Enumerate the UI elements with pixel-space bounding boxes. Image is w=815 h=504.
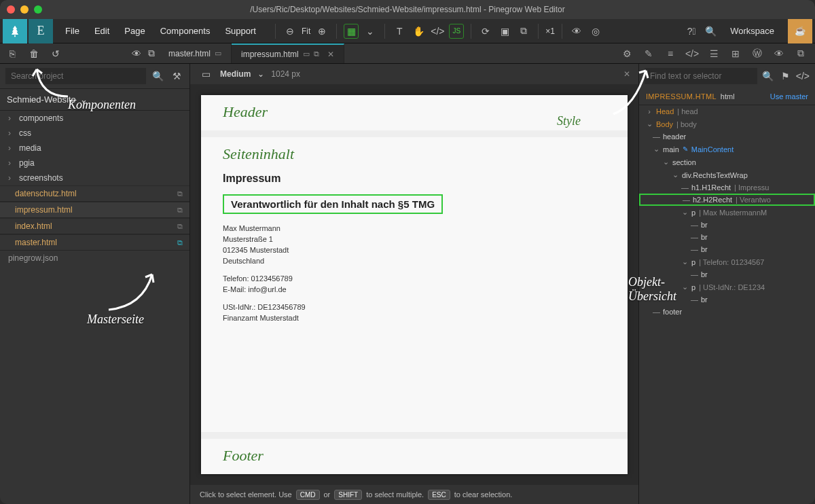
dom-search-input[interactable] (645, 68, 757, 84)
contact-paragraph[interactable]: Telefon: 0123456789 E-Mail: info@url.de (223, 274, 606, 295)
undo-icon[interactable]: ↺ (49, 46, 62, 61)
grid-icon[interactable]: ▦ (344, 24, 359, 39)
use-master-link[interactable]: Use master (770, 92, 808, 101)
dom-node[interactable]: ⌄p | USt-IdNr.: DE1234 (639, 281, 815, 293)
copy-icon[interactable]: ⧉ (144, 46, 159, 61)
dom-node[interactable]: —br (639, 268, 815, 281)
menu-file[interactable]: File (58, 23, 86, 39)
page-body[interactable]: Max Mustermann Musterstraße 1 012345 Mus… (223, 223, 606, 324)
file-pinegrow-json[interactable]: pinegrow.json (0, 251, 189, 266)
page-h1[interactable]: Impressum (223, 173, 606, 185)
zoom-factor[interactable]: ×1 (545, 26, 555, 36)
grab-tool-icon[interactable]: ✋ (411, 24, 426, 39)
ruler-icon[interactable]: ≡ (663, 46, 678, 61)
fit-label[interactable]: Fit (302, 26, 310, 36)
code-editor-icon[interactable]: </> (685, 46, 700, 61)
dom-node[interactable]: —h1.H1Recht | Impressu (639, 181, 815, 194)
dom-node[interactable]: ⌄p | Telefon: 01234567 (639, 255, 815, 268)
editor-panel: ▭ Medium ⌄ 1024 px ✕ Header Seiteninhalt… (190, 64, 638, 504)
folder-pgia[interactable]: ›pgia (0, 156, 189, 170)
device-icon[interactable]: ⧉ (516, 24, 531, 39)
project-search-input[interactable] (5, 68, 146, 84)
search-icon[interactable]: 🔍 (761, 69, 774, 84)
content-region[interactable]: Seiteninhalt Impressum Verantwortlich fü… (201, 137, 628, 432)
app-logo[interactable] (3, 19, 27, 43)
project-title-row[interactable]: Schmied-Website ⌄ (0, 88, 189, 111)
footer-region[interactable]: Footer (201, 432, 628, 474)
tab-close-icon[interactable]: ✕ (327, 50, 334, 59)
settings-icon[interactable]: ⚙ (619, 46, 634, 61)
dom-node[interactable]: ⌄p | Max MustermannM (639, 206, 815, 219)
layout-icon[interactable]: ▣ (497, 24, 512, 39)
file-index[interactable]: index.html⧉ (0, 218, 189, 234)
workspace-menu[interactable]: Workspace (722, 26, 782, 36)
copy-icon[interactable]: ⧉ (177, 206, 183, 215)
file-datenschutz[interactable]: datenschutz.html⧉ (0, 185, 189, 202)
dom-class[interactable]: MainContent (691, 145, 734, 154)
more-icon[interactable]: ⧉ (793, 46, 808, 61)
viewport-size-label[interactable]: Medium (220, 69, 251, 79)
header-region[interactable]: Header (201, 95, 628, 137)
refresh-icon[interactable]: ⟳ (478, 24, 493, 39)
dom-node[interactable]: ›Head | head (639, 105, 815, 118)
viewport-bar: ▭ Medium ⌄ 1024 px ✕ (190, 64, 638, 84)
code-toggle-icon[interactable]: </> (796, 69, 810, 84)
dom-node[interactable]: ⌄main ✎ MainContent (639, 143, 815, 156)
folder-media[interactable]: ›media (0, 141, 189, 156)
tree-icon[interactable]: ☰ (706, 46, 721, 61)
viewport-icon[interactable]: ▭ (198, 67, 213, 82)
zoom-in-icon[interactable]: ⊕ (314, 24, 329, 39)
template-engine-indicator[interactable]: E (29, 19, 53, 43)
tax-paragraph[interactable]: USt-IdNr.: DE123456789 Finanzamt Musters… (223, 302, 606, 324)
copy-icon[interactable]: ⧉ (177, 190, 183, 198)
zoom-out-icon[interactable]: ⊖ (283, 24, 297, 39)
dom-node[interactable]: —footer (639, 306, 815, 318)
dom-node[interactable]: ⌄section (639, 156, 815, 168)
wordpress-icon[interactable]: Ⓦ (750, 46, 765, 61)
filter-icon[interactable]: ⚒ (169, 69, 184, 84)
close-viewport-icon[interactable]: ✕ (623, 69, 630, 79)
search-top-icon[interactable]: 🔍 (703, 24, 718, 39)
copy-icon[interactable]: ⧉ (177, 222, 183, 231)
dom-node[interactable]: —br (639, 243, 815, 255)
brush-icon[interactable]: ✎ (641, 46, 656, 61)
menu-edit[interactable]: Edit (88, 23, 116, 39)
help-icon[interactable]: ?⃝ (684, 24, 699, 39)
menu-page[interactable]: Page (117, 23, 151, 39)
target-icon[interactable]: ◎ (588, 24, 603, 39)
filter-icon[interactable]: ⚑ (778, 69, 791, 84)
page-canvas[interactable]: Header Seiteninhalt Impressum Verantwort… (201, 95, 628, 474)
visibility-icon[interactable]: 👁 (569, 24, 584, 39)
tab-impressum[interactable]: impressum.html ▭ ⧉ ✕ (232, 43, 344, 63)
trash-icon[interactable]: 🗑 (27, 46, 41, 61)
dom-node[interactable]: —br (639, 231, 815, 243)
dom-node[interactable]: —br (639, 219, 815, 231)
file-master[interactable]: master.html⧉ (0, 234, 189, 251)
dom-node[interactable]: —h2.H2Recht | Verantwo (639, 194, 815, 206)
text-tool-icon[interactable]: T (392, 24, 407, 39)
dom-node[interactable]: ⌄Body | body (639, 118, 815, 130)
file-impressum[interactable]: impressum.html⧉ (0, 202, 189, 218)
library-icon[interactable]: ⊞ (728, 46, 743, 61)
menu-components[interactable]: Components (153, 23, 217, 39)
folder-components[interactable]: ›components (0, 111, 189, 126)
folder-css[interactable]: ›css (0, 126, 189, 141)
search-icon[interactable]: 🔍 (150, 69, 165, 84)
coffee-icon[interactable]: ☕ (788, 19, 812, 43)
preview-icon[interactable]: 👁 (772, 46, 786, 61)
menu-support[interactable]: Support (218, 23, 263, 39)
dom-node[interactable]: —header (639, 130, 815, 143)
chevron-down-icon[interactable]: ⌄ (363, 24, 378, 39)
code-icon[interactable]: </> (430, 24, 445, 39)
master-icon[interactable]: ⧉ (177, 238, 183, 247)
tab-master[interactable]: master.html ▭ (159, 43, 232, 63)
eye-icon[interactable]: 👁 (129, 46, 144, 61)
page-h2-selected[interactable]: Verantwortlich für den Inhalt nach §5 TM… (223, 194, 443, 214)
dom-node[interactable]: —br (639, 293, 815, 306)
js-icon[interactable]: JS (449, 24, 464, 39)
chevron-down-icon[interactable]: ⌄ (257, 69, 264, 79)
dom-node[interactable]: ⌄div.RechtsTextWrap (639, 168, 815, 181)
panel-toggle-icon[interactable]: ⎘ (5, 46, 19, 61)
address-paragraph[interactable]: Max Mustermann Musterstraße 1 012345 Mus… (223, 223, 606, 267)
folder-screenshots[interactable]: ›screenshots (0, 170, 189, 185)
